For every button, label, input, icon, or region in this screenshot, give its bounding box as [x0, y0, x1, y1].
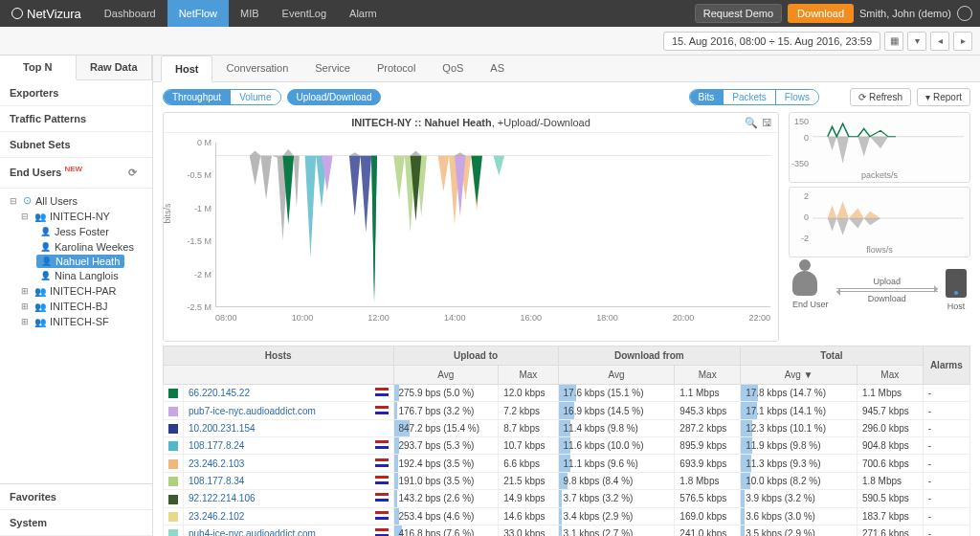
ytick: -1.5 M [187, 236, 212, 246]
th-t-avg[interactable]: Avg ▼ [741, 366, 858, 385]
main-chart[interactable]: INITECH-NY :: Nahuel Heath, +Upload/-Dow… [163, 112, 779, 342]
topnav-mib[interactable]: MIB [229, 0, 271, 27]
host-cell[interactable]: 10.200.231.154 [184, 419, 394, 436]
view-tab-as[interactable]: AS [477, 56, 518, 81]
tree-user[interactable]: 👤 Karolina Weekes [6, 239, 152, 255]
side-subnet-sets[interactable]: Subnet Sets [0, 132, 152, 158]
mini-chart-packets[interactable]: 150 0 -350 packets/s [789, 112, 970, 183]
side-system[interactable]: System [0, 510, 152, 536]
calendar-icon[interactable]: ▦ [884, 32, 903, 51]
plot-area[interactable] [215, 143, 770, 307]
table-row[interactable]: pub4-ice-nyc.audioaddict.com416.8 bps (7… [164, 525, 970, 536]
bar-cell: 253.4 bps (4.6 %) [393, 507, 499, 525]
t-max: 1.1 Mbps [857, 385, 923, 402]
th-t-max[interactable]: Max [857, 366, 923, 385]
tree-user[interactable]: 👤 Nahuel Heath [6, 255, 152, 268]
pill-packets[interactable]: Packets [724, 90, 775, 104]
ytick: -0.5 M [187, 170, 212, 180]
th-alarms[interactable]: Alarms [923, 346, 969, 385]
host-cell[interactable]: 23.246.2.102 [184, 507, 394, 525]
dn-max: 576.5 kbps [675, 490, 741, 507]
topbar: NetVizura DashboardNetFlowMIBEventLogAla… [0, 0, 980, 27]
dn-max: 895.9 kbps [675, 437, 741, 455]
mini-label: flows/s [790, 245, 969, 255]
pill-flows[interactable]: Flows [776, 90, 818, 104]
tree-group[interactable]: ⊟👥 INITECH-NY [6, 209, 152, 224]
dropdown-icon[interactable]: ▾ [907, 32, 926, 51]
pill-volume[interactable]: Volume [231, 90, 279, 104]
bar-cell: 10.0 kbps (8.2 %) [741, 472, 858, 489]
dn-max: 1.1 Mbps [675, 385, 741, 402]
side-traffic-patterns[interactable]: Traffic Patterns [0, 106, 152, 132]
next-icon[interactable]: ▸ [953, 32, 972, 51]
host-cell[interactable]: 23.246.2.103 [184, 455, 394, 472]
view-tab-service[interactable]: Service [301, 56, 364, 81]
table-row[interactable]: 23.246.2.103192.4 bps (3.5 %)6.6 kbps11.… [164, 455, 970, 472]
prev-icon[interactable]: ◂ [930, 32, 949, 51]
user-name[interactable]: Smith, John (demo) [859, 8, 951, 19]
table-row[interactable]: 23.246.2.102253.4 bps (4.6 %)14.6 kbps3.… [164, 507, 970, 525]
tree-group[interactable]: ⊞👥 INITECH-PAR [6, 283, 152, 299]
report-button[interactable]: ▾Report [917, 88, 970, 106]
host-cell[interactable]: 108.177.8.34 [184, 472, 394, 489]
mini-chart-flows[interactable]: 2 0 -2 flows/s [789, 187, 970, 257]
th-upload[interactable]: Upload to [393, 346, 558, 366]
side-end-users[interactable]: End Users NEW ⟳ [0, 158, 152, 189]
logo[interactable]: NetVizura [0, 0, 93, 27]
tree-user[interactable]: 👤 Nina Langlois [6, 268, 152, 283]
topnav-eventlog[interactable]: EventLog [271, 0, 338, 27]
th-download[interactable]: Download from [558, 346, 741, 366]
table-row[interactable]: 92.122.214.106143.2 bps (2.6 %)14.9 kbps… [164, 490, 970, 507]
tree-group[interactable]: ⊞👥 INITECH-SF [6, 314, 152, 329]
th-total[interactable]: Total [741, 346, 924, 366]
side-exporters[interactable]: Exporters [0, 80, 152, 106]
refresh-icon: ⟳ [858, 92, 866, 102]
tree-user[interactable]: 👤 Jess Foster [6, 224, 152, 239]
export-icon[interactable]: 🖫 [762, 117, 772, 129]
tree-root[interactable]: ⊟⊙ All Users [6, 192, 152, 209]
table-row[interactable]: 108.177.8.24293.7 bps (5.3 %)10.7 kbps11… [164, 437, 970, 455]
table-row[interactable]: 108.177.8.34191.0 bps (3.5 %)21.5 kbps9.… [164, 472, 970, 489]
refresh-button[interactable]: ⟳Refresh [850, 88, 911, 106]
mini-ytick: -350 [791, 159, 809, 168]
host-cell[interactable]: 108.177.8.24 [184, 437, 394, 455]
table-row[interactable]: 10.200.231.154847.2 bps (15.4 %)8.7 kbps… [164, 419, 970, 436]
host-cell[interactable]: pub4-ice-nyc.audioaddict.com [184, 525, 394, 536]
topnav-dashboard[interactable]: Dashboard [93, 0, 167, 27]
chart-title: INITECH-NY :: Nahuel Heath, +Upload/-Dow… [164, 113, 778, 133]
t-max: 271.6 kbps [857, 525, 923, 536]
topnav-netflow[interactable]: NetFlow [167, 0, 229, 27]
download-button[interactable]: Download [788, 4, 854, 23]
topnav-alarm[interactable]: Alarm [338, 0, 389, 27]
table-row[interactable]: pub7-ice-nyc.audioaddict.com176.7 bps (3… [164, 402, 970, 419]
pill-throughput[interactable]: Throughput [164, 90, 230, 104]
xtick: 20:00 [673, 313, 695, 323]
th-dn-max[interactable]: Max [675, 366, 741, 385]
sidetab-topn[interactable]: Top N [0, 56, 77, 80]
up-max: 14.9 kbps [499, 490, 558, 507]
pill-bits[interactable]: Bits [690, 90, 724, 104]
sidetab-raw[interactable]: Raw Data [77, 56, 153, 79]
pill-upload-download[interactable]: Upload/Download [287, 89, 382, 105]
zoom-icon[interactable]: 🔍 [745, 117, 758, 129]
gear-icon[interactable] [957, 6, 972, 21]
th-up-avg[interactable]: Avg [393, 366, 499, 385]
th-dn-avg[interactable]: Avg [558, 366, 675, 385]
side-favorites[interactable]: Favorites [0, 484, 152, 510]
date-range-picker[interactable]: 15. Aug 2016, 08:00 ÷ 15. Aug 2016, 23:5… [663, 32, 880, 51]
th-up-max[interactable]: Max [499, 366, 558, 385]
th-hosts[interactable]: Hosts [164, 346, 394, 366]
view-tab-protocol[interactable]: Protocol [364, 56, 429, 81]
view-tab-conversation[interactable]: Conversation [212, 56, 301, 81]
refresh-tree-icon[interactable]: ⟳ [122, 165, 143, 181]
view-tab-host[interactable]: Host [161, 56, 212, 82]
view-tab-qos[interactable]: QoS [429, 56, 477, 81]
host-cell[interactable]: 92.122.214.106 [184, 490, 394, 507]
table-row[interactable]: 66.220.145.22275.9 bps (5.0 %)12.0 kbps1… [164, 385, 970, 402]
tree-group[interactable]: ⊞👥 INITECH-BJ [6, 299, 152, 314]
bar-cell: 16.9 kbps (14.5 %) [558, 402, 675, 419]
host-cell[interactable]: 66.220.145.22 [184, 385, 394, 402]
host-cell[interactable]: pub7-ice-nyc.audioaddict.com [184, 402, 394, 419]
request-demo-button[interactable]: Request Demo [695, 4, 782, 23]
legend-host: Host [946, 302, 967, 311]
